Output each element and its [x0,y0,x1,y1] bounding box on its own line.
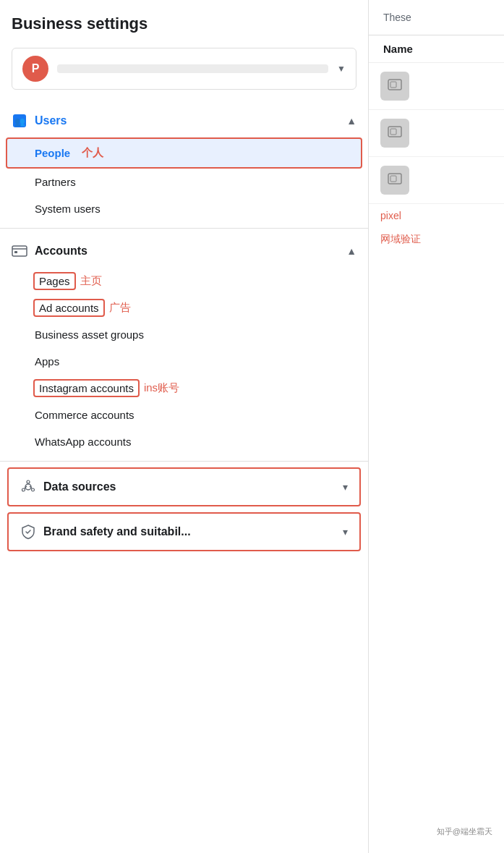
users-section-header[interactable]: 👥 Users ▲ [0,104,368,137]
account-chevron-icon: ▼ [337,64,346,74]
nav-item-ad-accounts[interactable]: Ad accounts 广告 [0,294,368,321]
brand-safety-label: Brand safety and suitabil... [43,525,191,538]
brand-safety-icon [20,524,36,540]
instagram-accounts-annotation: ins账号 [144,381,179,395]
nav-item-partners[interactable]: Partners [0,169,368,195]
nav-item-commerce-accounts[interactable]: Commerce accounts [0,402,368,428]
accounts-section-left: Accounts [12,243,87,259]
sidebar: Business settings P ▼ 👥 Users ▲ People 个… [0,0,369,853]
account-selector[interactable]: P ▼ [12,48,356,90]
data-sources-chevron-icon: ▾ [343,481,348,493]
nav-item-pages[interactable]: Pages 主页 [0,268,368,294]
accounts-chevron-icon: ▲ [346,245,356,257]
ad-accounts-label: Ad accounts [35,300,103,315]
data-sources-icon [20,479,36,495]
users-section-label: Users [35,114,67,127]
avatar-1 [380,72,409,101]
commerce-accounts-label: Commerce accounts [35,409,134,421]
data-sources-header[interactable]: Data sources ▾ [9,469,359,505]
name-column-header: Name [369,35,504,63]
divider-2 [0,461,368,462]
list-item-2[interactable] [369,110,504,157]
nav-item-system-users[interactable]: System users [0,195,368,222]
avatar-3 [380,166,409,195]
ad-accounts-annotation: 广告 [109,301,131,315]
people-annotation: 个人 [82,146,103,160]
nav-item-people[interactable]: People 个人 [7,139,361,167]
watermark: 知乎@端坐霜天 [432,825,497,839]
svg-text:👥: 👥 [14,116,25,127]
users-chevron-icon: ▲ [346,115,356,127]
account-avatar: P [22,56,48,82]
people-label: People [35,147,70,159]
data-sources-label: Data sources [43,480,116,493]
svg-rect-12 [390,82,396,88]
business-asset-groups-label: Business asset groups [35,328,144,341]
accounts-section-header[interactable]: Accounts ▲ [0,234,368,268]
right-content-area: Name [369,35,504,853]
right-panel: These Name [369,0,504,853]
system-users-label: System users [35,203,101,215]
pages-label: Pages [35,273,74,289]
brand-safety-left: Brand safety and suitabil... [20,524,191,540]
brand-safety-header[interactable]: Brand safety and suitabil... ▾ [9,514,359,550]
svg-rect-3 [14,251,17,253]
list-item-3[interactable] [369,157,504,204]
whatsapp-accounts-label: WhatsApp accounts [35,436,131,448]
instagram-accounts-label: Instagram accounts [35,381,138,396]
svg-rect-14 [390,129,396,135]
right-header-text: These [383,12,411,23]
nav-item-instagram-accounts[interactable]: Instagram accounts ins账号 [0,375,368,402]
domain-annotation: 网域验证 [369,227,504,252]
pixel-annotation: pixel [369,204,504,227]
sidebar-title: Business settings [0,14,368,48]
pages-annotation: 主页 [80,274,102,288]
avatar-2 [380,119,409,148]
brand-safety-chevron-icon: ▾ [343,526,348,538]
data-sources-left: Data sources [20,479,116,495]
nav-item-whatsapp-accounts[interactable]: WhatsApp accounts [0,428,368,455]
svg-rect-16 [390,176,396,182]
svg-point-6 [22,488,25,491]
account-name-blur [57,64,328,73]
nav-item-apps[interactable]: Apps [0,348,368,375]
right-header: These [369,0,504,35]
brand-safety-section: Brand safety and suitabil... ▾ [7,512,361,551]
svg-rect-2 [12,246,27,256]
users-icon: 👥 [12,113,27,129]
data-sources-section: Data sources ▾ [7,467,361,506]
svg-point-5 [27,480,30,483]
users-section-left: 👥 Users [12,113,67,129]
nav-item-business-asset-groups[interactable]: Business asset groups [0,321,368,348]
divider-1 [0,228,368,229]
apps-label: Apps [35,355,59,368]
list-item-1[interactable] [369,63,504,110]
accounts-icon [12,243,27,259]
accounts-section-label: Accounts [35,245,87,258]
svg-point-7 [32,488,35,491]
partners-label: Partners [35,176,76,188]
